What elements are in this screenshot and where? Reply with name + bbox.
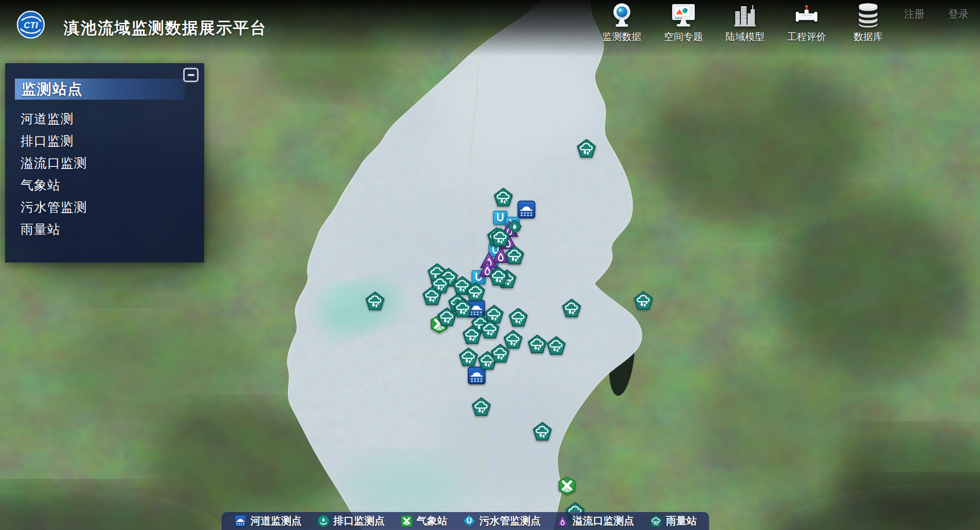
map-marker-rain[interactable] [634, 291, 653, 310]
map-marker-rain[interactable] [462, 325, 482, 345]
legend-item-rain[interactable]: 雨量站 [650, 514, 697, 528]
register-link[interactable]: 注册 [904, 7, 925, 21]
main-nav: 监测数据 空间专题 [598, 2, 892, 44]
nav-item-database[interactable]: 数据库 [845, 2, 892, 44]
legend-item-weather[interactable]: 气象站 [400, 514, 447, 528]
map-marker-rain[interactable] [472, 397, 491, 417]
cti-logo-icon[interactable]: CTI [16, 10, 45, 39]
map-marker-rain[interactable] [365, 291, 385, 311]
panel-title-bar[interactable]: 监测站点 [15, 79, 185, 100]
city-buildings-icon [732, 2, 758, 29]
nav-item-spatial-topics[interactable]: 空间专题 [660, 2, 707, 44]
nav-label: 监测数据 [602, 30, 641, 44]
map-marker-rain[interactable] [562, 298, 581, 318]
panel-items: 河道监测 排口监测 溢流口监测 气象站 污水管监测 雨量站 [5, 108, 204, 240]
database-icon [855, 2, 881, 29]
map-marker-rain[interactable] [494, 187, 513, 207]
map-marker-rain[interactable] [508, 308, 528, 327]
overflow-station-icon [556, 515, 569, 527]
sidebar-item-weather-station[interactable]: 气象站 [21, 174, 204, 196]
legend-label: 河道监测点 [250, 514, 302, 528]
login-link[interactable]: 登录 [948, 7, 969, 21]
nav-label: 陆域模型 [726, 30, 765, 44]
map-marker-rain[interactable] [505, 245, 524, 265]
sidebar-item-sewage-pipe-monitoring[interactable]: 污水管监测 [21, 196, 204, 218]
map-marker-rain[interactable] [422, 286, 442, 306]
weather-station-icon [400, 515, 413, 527]
top-header: CTI 滇池流域监测数据展示平台 监测数据 [0, 0, 980, 56]
nav-label: 数据库 [854, 30, 883, 44]
monitoring-stations-panel: 监测站点 河道监测 排口监测 溢流口监测 气象站 污水管监测 雨量站 [5, 63, 204, 262]
sidebar-item-overflow-monitoring[interactable]: 溢流口监测 [21, 152, 204, 174]
map-marker-rain[interactable] [546, 336, 566, 355]
outfall-station-icon [317, 515, 330, 527]
sidebar-item-river-monitoring[interactable]: 河道监测 [21, 108, 204, 130]
map-marker-rain[interactable] [437, 307, 457, 327]
legend-label: 雨量站 [666, 514, 697, 528]
legend-item-outfall[interactable]: 排口监测点 [317, 514, 385, 528]
sidebar-item-rain-gauge[interactable]: 雨量站 [21, 218, 204, 240]
panel-title: 监测站点 [15, 80, 83, 99]
map-legend: 河道监测点 排口监测点 气象站 污水管监测点 溢流口监测点 雨量站 [222, 512, 709, 530]
legend-item-sewage[interactable]: 污水管监测点 [463, 514, 541, 528]
collapse-minus-icon[interactable] [183, 68, 199, 82]
pipe-valve-icon [794, 2, 819, 29]
map-marker-rain[interactable] [480, 319, 500, 339]
legend-label: 排口监测点 [334, 514, 385, 528]
monitor-chart-icon [671, 2, 696, 29]
map-marker-rain[interactable] [491, 228, 510, 247]
app-window: Intelliway Intelliway Intelliway Intelli… [0, 0, 980, 530]
page-title: 滇池流域监测数据展示平台 [64, 17, 267, 39]
nav-item-project-evaluation[interactable]: 工程评价 [783, 2, 830, 44]
map-marker-rain[interactable] [527, 334, 547, 354]
nav-item-monitoring-data[interactable]: 监测数据 [598, 2, 645, 44]
map-marker-rain[interactable] [533, 422, 552, 441]
legend-label: 溢流口监测点 [573, 514, 634, 528]
rain-gauge-icon [650, 515, 662, 527]
map-marker-rain[interactable] [491, 344, 510, 363]
river-station-icon [234, 515, 247, 527]
legend-item-river[interactable]: 河道监测点 [234, 514, 302, 528]
svg-text:CTI: CTI [24, 21, 38, 30]
legend-label: 污水管监测点 [479, 514, 541, 528]
legend-label: 气象站 [417, 514, 447, 528]
nav-item-land-model[interactable]: 陆域模型 [721, 2, 769, 44]
map-marker-rain[interactable] [577, 139, 596, 158]
nav-label: 空间专题 [664, 30, 703, 44]
map-marker-rain[interactable] [459, 347, 478, 367]
map-marker-weather[interactable] [557, 476, 577, 496]
nav-label: 工程评价 [787, 30, 826, 44]
legend-item-overflow[interactable]: 溢流口监测点 [556, 514, 634, 528]
sewage-pipe-icon [463, 515, 476, 527]
auth-links: 注册 登录 [904, 7, 969, 21]
sidebar-item-outfall-monitoring[interactable]: 排口监测 [21, 130, 204, 152]
map-marker-rain[interactable] [489, 267, 508, 286]
webcam-icon [609, 2, 635, 29]
